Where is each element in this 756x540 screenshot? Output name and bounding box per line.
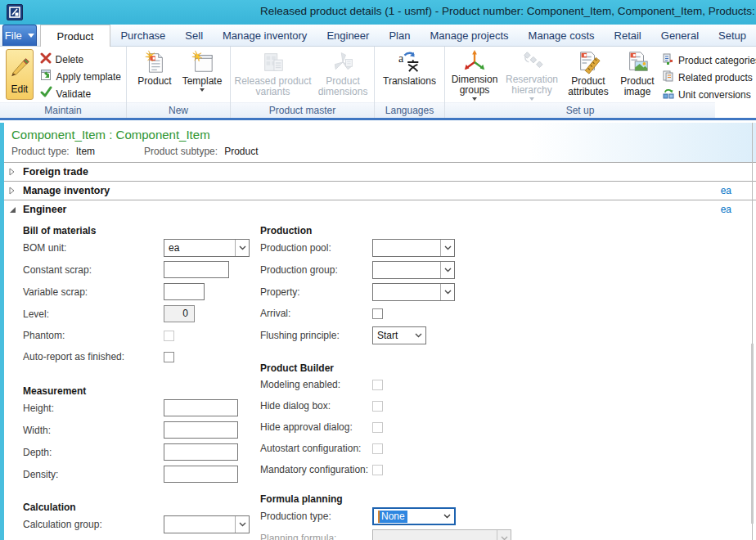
ribbon-group-maintain: Edit Delete (0, 47, 127, 118)
bom-unit-combobox[interactable]: ea (164, 239, 250, 257)
validate-button[interactable]: Validate (37, 85, 124, 102)
ribbon-group-setup: Dimension groups Reservation hierarchy (445, 47, 756, 118)
tab-manage-inventory[interactable]: Manage inventory (213, 25, 317, 46)
scrollbar-thumb[interactable] (751, 344, 754, 524)
chevron-down-icon[interactable] (440, 284, 454, 300)
property-label: Property: (260, 286, 372, 298)
phantom-checkbox (164, 331, 174, 341)
level-value-field: 0 (164, 305, 195, 322)
tab-purchase[interactable]: Purchase (110, 25, 175, 46)
tab-sell[interactable]: Sell (175, 25, 213, 46)
group-heading-production: Production (260, 222, 530, 236)
height-label: Height: (23, 403, 164, 414)
product-categories-button[interactable]: Product categories (659, 52, 756, 69)
validate-button-label: Validate (56, 88, 91, 100)
calculation-group-value (164, 516, 235, 533)
fasttab-unit-summary: ea (721, 185, 731, 196)
file-menu-button[interactable]: File (2, 25, 37, 46)
height-input[interactable] (164, 399, 238, 416)
product-dimensions-icon (331, 48, 354, 76)
auto-report-checkbox[interactable] (164, 352, 174, 362)
engineer-section-body: Bill of materials BOM unit: ea Constant … (4, 218, 756, 538)
product-variants-icon (261, 48, 286, 76)
product-type-value: Item (76, 146, 95, 157)
document-ruler-icon (576, 48, 601, 76)
axis-arrows-icon (462, 48, 487, 74)
tab-setup[interactable]: Setup (709, 25, 756, 46)
fasttab-manage-inventory[interactable]: Manage inventory ea (4, 181, 756, 200)
chevron-down-icon (529, 97, 534, 101)
ribbon-group-new: Product Template New (127, 47, 231, 118)
production-type-label: Production type: (260, 511, 372, 522)
chevron-down-icon[interactable] (235, 240, 249, 256)
bom-unit-label: BOM unit: (23, 242, 164, 254)
delete-x-icon (40, 52, 52, 67)
window-title: Released product details (1 - usmf) - Pr… (260, 5, 756, 17)
product-image-button[interactable]: Product image (616, 48, 659, 101)
tab-retail[interactable]: Retail (605, 25, 651, 46)
arrival-checkbox[interactable] (372, 308, 383, 319)
released-product-variants-label: Released product variants (233, 76, 313, 97)
chevron-down-icon[interactable] (440, 262, 454, 278)
checkmark-icon (40, 86, 52, 101)
chevron-down-icon[interactable] (412, 327, 425, 344)
product-image-label: Product image (616, 76, 659, 97)
tab-product[interactable]: Product (40, 25, 111, 47)
product-attributes-button[interactable]: Product attributes (562, 48, 614, 101)
ribbon-group-product-master: Released product variants Product dimens… (231, 47, 375, 118)
hide-approval-dialog-label: Hide approval dialog: (260, 421, 372, 433)
chevron-down-icon[interactable] (440, 509, 454, 524)
chevron-down-icon[interactable] (440, 240, 454, 256)
new-product-button[interactable]: Product (132, 48, 178, 101)
mandatory-configuration-label: Mandatory configuration: (260, 464, 372, 475)
related-products-button[interactable]: Related products (659, 69, 756, 86)
dimension-groups-button[interactable]: Dimension groups (448, 48, 502, 101)
group-heading-formula-planning: Formula planning (260, 490, 530, 505)
tab-manage-projects[interactable]: Manage projects (420, 25, 518, 46)
calculation-group-combobox[interactable] (164, 515, 250, 533)
planning-formula-label: Planning formula: (260, 533, 372, 540)
density-input[interactable] (164, 466, 238, 483)
production-type-combobox[interactable]: None (372, 507, 456, 525)
chevron-down-icon (497, 530, 511, 540)
related-products-label: Related products (678, 72, 753, 83)
constant-scrap-label: Constant scrap: (23, 264, 164, 276)
new-template-button[interactable]: Template (179, 48, 225, 101)
expander-collapsed-icon (8, 168, 16, 176)
expander-expanded-icon (8, 205, 16, 214)
hide-approval-dialog-checkbox (372, 422, 383, 433)
production-group-label: Production group: (260, 264, 372, 276)
variable-scrap-input[interactable] (164, 283, 205, 300)
chevron-down-icon[interactable] (235, 516, 249, 533)
translations-button[interactable]: a Translations (377, 48, 442, 101)
svg-text:a: a (398, 52, 403, 65)
tab-engineer[interactable]: Engineer (317, 25, 379, 46)
unit-conversions-button[interactable]: Unit conversions (659, 86, 756, 103)
depth-input[interactable] (164, 443, 238, 461)
product-subtype-value: Product (224, 146, 258, 157)
delete-button[interactable]: Delete (37, 51, 124, 68)
production-type-value: None (378, 511, 407, 523)
translate-icon: a (397, 48, 423, 76)
new-template-icon (189, 48, 215, 76)
constant-scrap-input[interactable] (164, 261, 229, 278)
flushing-principle-value: Start (373, 327, 412, 344)
edit-button[interactable]: Edit (6, 49, 34, 100)
production-group-combobox[interactable] (372, 261, 455, 279)
tab-plan[interactable]: Plan (379, 25, 420, 46)
reservation-hierarchy-label: Reservation hierarchy (503, 74, 560, 96)
tab-manage-costs[interactable]: Manage costs (519, 25, 605, 46)
categories-icon (663, 53, 674, 68)
group-heading-measurement: Measurement (23, 382, 260, 397)
chevron-down-icon (200, 88, 205, 92)
flushing-principle-combobox[interactable]: Start (372, 326, 426, 344)
width-input[interactable] (164, 421, 238, 439)
property-combobox[interactable] (372, 283, 455, 301)
apply-template-button[interactable]: Apply template (37, 68, 124, 85)
group-label-new: New (127, 102, 230, 118)
production-pool-combobox[interactable] (372, 239, 455, 257)
fasttab-engineer[interactable]: Engineer ea (4, 200, 756, 218)
fasttab-foreign-trade[interactable]: Foreign trade (4, 162, 756, 181)
phantom-label: Phantom: (23, 330, 164, 341)
tab-general[interactable]: General (651, 25, 709, 46)
